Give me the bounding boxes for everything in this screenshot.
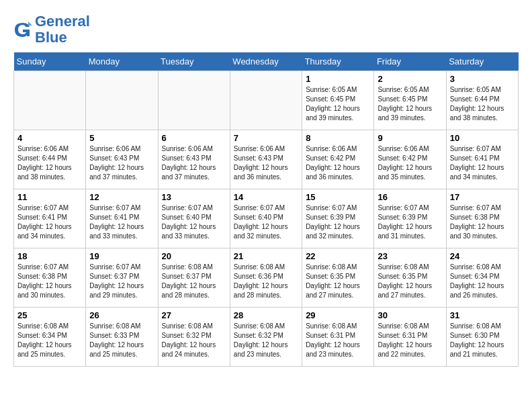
calendar-cell: 11Sunrise: 6:07 AM Sunset: 6:41 PM Dayli… xyxy=(14,189,86,248)
calendar-cell: 21Sunrise: 6:08 AM Sunset: 6:36 PM Dayli… xyxy=(230,248,302,308)
weekday-header-row: SundayMondayTuesdayWednesdayThursdayFrid… xyxy=(14,52,519,71)
calendar-cell: 14Sunrise: 6:07 AM Sunset: 6:40 PM Dayli… xyxy=(230,189,302,248)
weekday-header-tuesday: Tuesday xyxy=(158,52,230,71)
logo-text: General Blue xyxy=(35,13,90,46)
day-info: Sunrise: 6:07 AM Sunset: 6:39 PM Dayligh… xyxy=(378,203,442,241)
day-info: Sunrise: 6:06 AM Sunset: 6:44 PM Dayligh… xyxy=(17,144,82,182)
calendar-cell: 6Sunrise: 6:06 AM Sunset: 6:43 PM Daylig… xyxy=(158,130,230,189)
calendar-cell: 31Sunrise: 6:08 AM Sunset: 6:30 PM Dayli… xyxy=(446,308,518,367)
calendar-cell: 9Sunrise: 6:06 AM Sunset: 6:42 PM Daylig… xyxy=(374,130,446,189)
day-info: Sunrise: 6:07 AM Sunset: 6:37 PM Dayligh… xyxy=(89,263,154,300)
calendar-cell xyxy=(86,71,158,130)
day-info: Sunrise: 6:08 AM Sunset: 6:31 PM Dayligh… xyxy=(306,322,370,359)
calendar-cell: 8Sunrise: 6:06 AM Sunset: 6:42 PM Daylig… xyxy=(302,130,374,189)
day-number: 30 xyxy=(378,310,442,320)
calendar-cell: 13Sunrise: 6:07 AM Sunset: 6:40 PM Dayli… xyxy=(158,189,230,248)
day-info: Sunrise: 6:08 AM Sunset: 6:37 PM Dayligh… xyxy=(162,263,226,300)
day-info: Sunrise: 6:05 AM Sunset: 6:45 PM Dayligh… xyxy=(306,85,370,123)
calendar-cell: 26Sunrise: 6:08 AM Sunset: 6:33 PM Dayli… xyxy=(86,308,158,367)
calendar-cell: 24Sunrise: 6:08 AM Sunset: 6:34 PM Dayli… xyxy=(446,248,518,308)
day-number: 10 xyxy=(450,133,515,143)
day-info: Sunrise: 6:07 AM Sunset: 6:40 PM Dayligh… xyxy=(162,203,226,241)
calendar-cell: 1Sunrise: 6:05 AM Sunset: 6:45 PM Daylig… xyxy=(302,71,374,130)
weekday-header-saturday: Saturday xyxy=(446,52,518,71)
day-info: Sunrise: 6:08 AM Sunset: 6:35 PM Dayligh… xyxy=(378,263,442,300)
day-number: 7 xyxy=(234,133,298,143)
day-number: 4 xyxy=(17,133,82,143)
day-number: 16 xyxy=(378,192,442,202)
calendar-cell: 2Sunrise: 6:05 AM Sunset: 6:45 PM Daylig… xyxy=(374,71,446,130)
day-info: Sunrise: 6:06 AM Sunset: 6:43 PM Dayligh… xyxy=(89,144,154,182)
day-number: 15 xyxy=(306,192,370,202)
weekday-header-wednesday: Wednesday xyxy=(230,52,302,71)
day-info: Sunrise: 6:06 AM Sunset: 6:42 PM Dayligh… xyxy=(306,144,370,182)
day-number: 26 xyxy=(89,310,154,320)
day-info: Sunrise: 6:08 AM Sunset: 6:30 PM Dayligh… xyxy=(450,322,515,359)
weekday-header-sunday: Sunday xyxy=(14,52,86,71)
weekday-header-thursday: Thursday xyxy=(302,52,374,71)
day-number: 25 xyxy=(17,310,82,320)
calendar-cell xyxy=(14,71,86,130)
calendar-cell: 3Sunrise: 6:05 AM Sunset: 6:44 PM Daylig… xyxy=(446,71,518,130)
calendar-cell xyxy=(230,71,302,130)
day-info: Sunrise: 6:07 AM Sunset: 6:39 PM Dayligh… xyxy=(306,203,370,241)
day-number: 9 xyxy=(378,133,442,143)
day-info: Sunrise: 6:06 AM Sunset: 6:42 PM Dayligh… xyxy=(378,144,442,182)
day-info: Sunrise: 6:08 AM Sunset: 6:32 PM Dayligh… xyxy=(234,322,298,359)
day-number: 27 xyxy=(162,310,226,320)
day-info: Sunrise: 6:05 AM Sunset: 6:45 PM Dayligh… xyxy=(378,85,442,123)
page-header: General Blue xyxy=(13,13,519,46)
day-number: 11 xyxy=(17,192,82,202)
calendar-week-3: 11Sunrise: 6:07 AM Sunset: 6:41 PM Dayli… xyxy=(14,189,519,248)
calendar-cell: 28Sunrise: 6:08 AM Sunset: 6:32 PM Dayli… xyxy=(230,308,302,367)
day-info: Sunrise: 6:08 AM Sunset: 6:34 PM Dayligh… xyxy=(450,263,515,300)
calendar-week-1: 1Sunrise: 6:05 AM Sunset: 6:45 PM Daylig… xyxy=(14,71,519,130)
day-number: 31 xyxy=(450,310,515,320)
day-number: 2 xyxy=(378,74,442,84)
day-number: 13 xyxy=(162,192,226,202)
calendar-week-5: 25Sunrise: 6:08 AM Sunset: 6:34 PM Dayli… xyxy=(14,308,519,367)
day-info: Sunrise: 6:08 AM Sunset: 6:35 PM Dayligh… xyxy=(306,263,370,300)
logo-icon xyxy=(13,20,32,39)
day-info: Sunrise: 6:07 AM Sunset: 6:41 PM Dayligh… xyxy=(17,203,82,241)
calendar-cell xyxy=(158,71,230,130)
day-info: Sunrise: 6:08 AM Sunset: 6:31 PM Dayligh… xyxy=(378,322,442,359)
calendar-cell: 18Sunrise: 6:07 AM Sunset: 6:38 PM Dayli… xyxy=(14,248,86,308)
calendar-cell: 25Sunrise: 6:08 AM Sunset: 6:34 PM Dayli… xyxy=(14,308,86,367)
calendar-cell: 15Sunrise: 6:07 AM Sunset: 6:39 PM Dayli… xyxy=(302,189,374,248)
day-info: Sunrise: 6:07 AM Sunset: 6:38 PM Dayligh… xyxy=(17,263,82,300)
calendar-cell: 17Sunrise: 6:07 AM Sunset: 6:38 PM Dayli… xyxy=(446,189,518,248)
day-number: 19 xyxy=(89,251,154,261)
day-info: Sunrise: 6:05 AM Sunset: 6:44 PM Dayligh… xyxy=(450,85,515,123)
calendar-cell: 4Sunrise: 6:06 AM Sunset: 6:44 PM Daylig… xyxy=(14,130,86,189)
day-info: Sunrise: 6:07 AM Sunset: 6:41 PM Dayligh… xyxy=(450,144,515,182)
day-number: 12 xyxy=(89,192,154,202)
day-number: 14 xyxy=(234,192,298,202)
day-number: 8 xyxy=(306,133,370,143)
calendar-cell: 29Sunrise: 6:08 AM Sunset: 6:31 PM Dayli… xyxy=(302,308,374,367)
calendar-cell: 22Sunrise: 6:08 AM Sunset: 6:35 PM Dayli… xyxy=(302,248,374,308)
calendar-table: SundayMondayTuesdayWednesdayThursdayFrid… xyxy=(13,52,519,367)
day-info: Sunrise: 6:08 AM Sunset: 6:32 PM Dayligh… xyxy=(162,322,226,359)
day-info: Sunrise: 6:06 AM Sunset: 6:43 PM Dayligh… xyxy=(234,144,298,182)
day-number: 17 xyxy=(450,192,515,202)
weekday-header-monday: Monday xyxy=(86,52,158,71)
calendar-cell: 30Sunrise: 6:08 AM Sunset: 6:31 PM Dayli… xyxy=(374,308,446,367)
calendar-cell: 16Sunrise: 6:07 AM Sunset: 6:39 PM Dayli… xyxy=(374,189,446,248)
weekday-header-friday: Friday xyxy=(374,52,446,71)
calendar-cell: 27Sunrise: 6:08 AM Sunset: 6:32 PM Dayli… xyxy=(158,308,230,367)
day-info: Sunrise: 6:07 AM Sunset: 6:40 PM Dayligh… xyxy=(234,203,298,241)
calendar-cell: 7Sunrise: 6:06 AM Sunset: 6:43 PM Daylig… xyxy=(230,130,302,189)
day-number: 28 xyxy=(234,310,298,320)
calendar-cell: 10Sunrise: 6:07 AM Sunset: 6:41 PM Dayli… xyxy=(446,130,518,189)
calendar-cell: 5Sunrise: 6:06 AM Sunset: 6:43 PM Daylig… xyxy=(86,130,158,189)
logo: General Blue xyxy=(13,13,90,46)
calendar-cell: 23Sunrise: 6:08 AM Sunset: 6:35 PM Dayli… xyxy=(374,248,446,308)
calendar-cell: 19Sunrise: 6:07 AM Sunset: 6:37 PM Dayli… xyxy=(86,248,158,308)
calendar-cell: 12Sunrise: 6:07 AM Sunset: 6:41 PM Dayli… xyxy=(86,189,158,248)
day-info: Sunrise: 6:07 AM Sunset: 6:41 PM Dayligh… xyxy=(89,203,154,241)
day-info: Sunrise: 6:06 AM Sunset: 6:43 PM Dayligh… xyxy=(162,144,226,182)
day-info: Sunrise: 6:07 AM Sunset: 6:38 PM Dayligh… xyxy=(450,203,515,241)
day-number: 29 xyxy=(306,310,370,320)
day-info: Sunrise: 6:08 AM Sunset: 6:36 PM Dayligh… xyxy=(234,263,298,300)
